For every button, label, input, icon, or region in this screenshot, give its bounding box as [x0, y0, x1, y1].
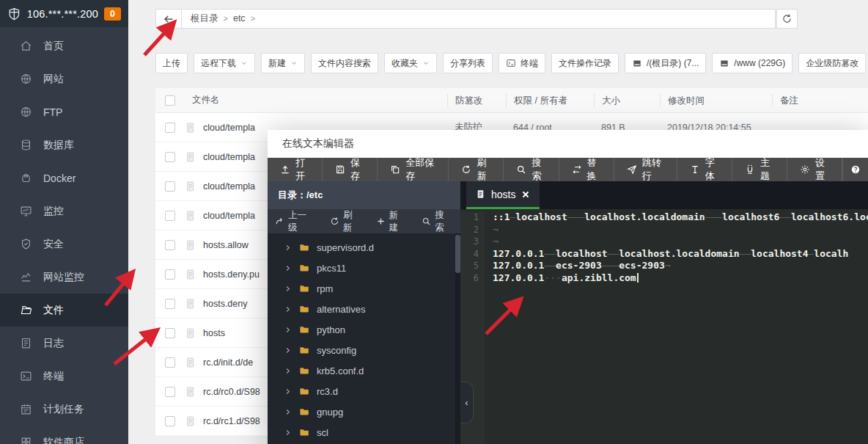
breadcrumb[interactable]: 根目录>etc>: [182, 9, 776, 29]
row-checkbox[interactable]: [165, 299, 175, 309]
row-checkbox[interactable]: [165, 387, 175, 397]
sidebar-item-security[interactable]: 安全: [0, 228, 128, 261]
sidebar-item-app-store[interactable]: 软件商店: [0, 426, 128, 444]
sidebar-item-files[interactable]: 文件: [0, 294, 128, 327]
sidebar-item-site-monitor[interactable]: 网站监控: [0, 261, 128, 294]
editor-content[interactable]: 123456 ::1—localhost———localhost.localdo…: [460, 209, 868, 444]
tree-item[interactable]: sysconfig: [268, 340, 460, 360]
tree-item[interactable]: krb5.conf.d: [268, 360, 460, 381]
tree-scrollbar-thumb[interactable]: [455, 235, 460, 273]
row-checkbox[interactable]: [165, 240, 175, 250]
panel-action-up-level[interactable]: 上一级: [268, 209, 323, 234]
sidebar-item-label: 软件商店: [43, 436, 84, 444]
sidebar-item-database[interactable]: 数据库: [0, 128, 128, 161]
whitespace-marker: ¬: [665, 260, 671, 271]
tree-item-label: alternatives: [317, 304, 365, 315]
editor-toolbar-replace[interactable]: 替换: [559, 158, 614, 181]
editor-dir-label: 目录：/etc: [268, 181, 460, 209]
docker-icon: [20, 172, 32, 184]
close-tab-icon[interactable]: [521, 190, 530, 199]
editor-toolbar-theme[interactable]: 主题: [732, 158, 787, 181]
chevron-down-icon: [240, 59, 248, 67]
toolbar-button-disk-www[interactable]: /www (229G): [712, 53, 792, 73]
sidebar-item-monitor[interactable]: 监控: [0, 194, 128, 228]
toolbar-button-tamper-proof[interactable]: 企业级防篡改: [798, 53, 866, 73]
editor-toolbar-font[interactable]: 字体: [677, 158, 732, 181]
sidebar-header: 106.***.***.200 0: [0, 0, 128, 27]
back-button[interactable]: [155, 9, 182, 29]
file-name: hosts.deny: [203, 299, 247, 309]
editor-toolbar-goto-line[interactable]: 跳转行: [614, 158, 677, 181]
row-checkbox-cell: [155, 416, 185, 426]
toolbar-button-terminal[interactable]: 终端: [499, 53, 545, 73]
editor-toolbar-settings[interactable]: 设置: [787, 158, 842, 181]
panel-action-refresh[interactable]: 刷新: [323, 209, 369, 234]
editor-toolbar-refresh[interactable]: 刷新: [449, 158, 504, 181]
row-checkbox[interactable]: [165, 211, 175, 221]
tree-item[interactable]: alternatives: [268, 299, 460, 319]
tree-item[interactable]: python: [268, 319, 460, 340]
tree-item-label: krb5.conf.d: [317, 365, 364, 376]
file-name: hosts.allow: [203, 240, 249, 250]
tree-item[interactable]: pkcs11: [268, 258, 460, 278]
code-text: localhost: [556, 248, 607, 259]
editor-tab-hosts[interactable]: hosts: [466, 181, 540, 209]
server-ip: 106.***.***.200: [27, 8, 98, 20]
tree-item[interactable]: rc3.d: [268, 381, 460, 401]
row-checkbox[interactable]: [165, 269, 175, 280]
tree-item[interactable]: scl: [268, 422, 460, 443]
sidebar-item-docker[interactable]: Docker: [0, 161, 128, 194]
tree-item[interactable]: rpm: [268, 278, 460, 299]
row-checkbox[interactable]: [165, 328, 175, 338]
row-checkbox[interactable]: [165, 123, 175, 133]
select-all-checkbox[interactable]: [165, 95, 175, 106]
row-checkbox[interactable]: [165, 357, 175, 368]
row-checkbox[interactable]: [165, 181, 175, 192]
toolbar-button-content-search[interactable]: 文件内容搜索: [311, 53, 378, 73]
toolbar-button-upload[interactable]: 上传: [155, 53, 188, 73]
editor-toolbar-label: 保存: [350, 156, 364, 183]
sidebar-item-cron[interactable]: 计划任务: [0, 393, 128, 426]
sidebar-item-logs[interactable]: 日志: [0, 327, 128, 360]
tree-item[interactable]: supervisord.d: [268, 237, 460, 258]
toolbar-button-disk-root[interactable]: /(根目录) (7...: [625, 53, 706, 73]
panel-action-search[interactable]: 搜索: [414, 209, 460, 234]
tree-scrollbar[interactable]: [455, 233, 460, 444]
file-icon: [185, 121, 196, 134]
row-checkbox[interactable]: [165, 152, 175, 162]
save-all-icon: [390, 164, 400, 175]
editor-toolbar-help[interactable]: [842, 158, 868, 181]
toolbar-button-favorites[interactable]: 收藏夹: [384, 53, 437, 73]
whitespace-marker: ···: [544, 272, 561, 283]
editor-toolbar-open[interactable]: 打开: [268, 158, 323, 181]
disk-icon: [719, 58, 729, 68]
sidebar-item-terminal[interactable]: 终端: [0, 360, 128, 393]
row-checkbox[interactable]: [165, 416, 175, 426]
breadcrumb-segment[interactable]: 根目录: [191, 13, 218, 23]
sidebar-item-ftp[interactable]: FTP: [0, 95, 128, 128]
refresh-button[interactable]: [776, 9, 798, 29]
collapse-tree-button[interactable]: ‹: [460, 382, 474, 423]
editor-toolbar-save[interactable]: 保存: [323, 158, 378, 181]
message-badge[interactable]: 0: [104, 7, 121, 21]
editor-toolbar-save-all[interactable]: 全部保存: [378, 158, 449, 181]
code-text: ecs-2903: [556, 260, 602, 271]
tree-item-label: gnupg: [317, 407, 343, 418]
code-lines[interactable]: ::1—localhost———localhost.localdomain———…: [485, 211, 868, 444]
row-checkbox-cell: [155, 328, 185, 338]
toolbar-button-remote-download[interactable]: 远程下载: [194, 53, 255, 73]
toolbar-button-file-op-log[interactable]: 文件操作记录: [551, 53, 619, 73]
sidebar-item-home[interactable]: 首页: [0, 29, 128, 62]
toolbar-button-label: 终端: [521, 57, 538, 70]
breadcrumb-segment[interactable]: etc: [233, 13, 246, 23]
toolbar-button-share-list[interactable]: 分享列表: [443, 53, 493, 73]
tree-item-label: scl: [317, 427, 328, 438]
tree-item[interactable]: gnupg: [268, 401, 460, 422]
toolbar-button-new[interactable]: 新建: [261, 53, 305, 73]
panel-action-new[interactable]: 新建: [369, 209, 415, 234]
editor-toolbar-search[interactable]: 搜索: [504, 158, 559, 181]
refresh-icon: [461, 164, 471, 175]
sidebar-item-website[interactable]: 网站: [0, 62, 128, 95]
code-text: localhost: [515, 211, 567, 222]
tree-item-label: supervisord.d: [317, 242, 374, 253]
